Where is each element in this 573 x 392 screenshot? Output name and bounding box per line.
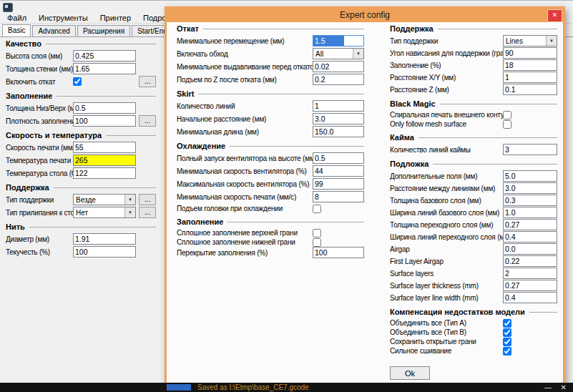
more-options-button[interactable]: ...	[139, 115, 156, 127]
surface-layer-thickness-mm-input[interactable]	[503, 280, 557, 291]
control-wrap	[313, 35, 364, 46]
field-row: Количество линий каймы	[390, 144, 557, 155]
тип-поддержки-dropdown[interactable]: Везде▾	[73, 194, 136, 205]
control-wrap	[313, 100, 364, 112]
подъем-головки-при-охлаждении-checkbox[interactable]	[313, 205, 321, 213]
толщина-базового-слоя-мм-input[interactable]	[503, 195, 557, 206]
control-wrap	[503, 195, 557, 206]
section-header: Black Magic	[390, 99, 557, 108]
минимальная-скорость-печати-мм-с-input[interactable]	[313, 191, 364, 202]
включать-обход-dropdown[interactable]: All▾	[313, 48, 364, 59]
ширина-линий-базового-слоя-мм-input[interactable]	[503, 207, 557, 218]
more-options-button[interactable]: ...	[139, 194, 156, 205]
control-wrap	[73, 233, 136, 245]
field-label: Скорость печати (мм/с)	[6, 144, 73, 152]
field-label: Ширина линий переходного слоя (мм)	[390, 233, 503, 241]
диаметр-мм-input[interactable]	[73, 233, 136, 245]
close-icon[interactable]: ✕	[547, 9, 562, 22]
field-row: Подъем по Z после отката (мм)	[177, 74, 364, 85]
minimize-icon[interactable]: —	[544, 383, 552, 392]
ширина-линий-переходного-слоя-мм-input[interactable]	[503, 231, 557, 242]
menu-инструменты[interactable]: Инструменты	[39, 14, 88, 22]
only-follow-mesh-surface-checkbox[interactable]	[503, 120, 511, 129]
количество-линий-каймы-input[interactable]	[503, 144, 557, 155]
section-header: Поддержка	[390, 24, 557, 33]
section-header: Качество	[6, 39, 156, 48]
объединить-все-тип-a-checkbox[interactable]	[503, 319, 511, 328]
control-wrap	[503, 255, 557, 267]
first-layer-airgap-input[interactable]	[503, 255, 557, 267]
control-wrap	[73, 167, 136, 179]
surface-layers-input[interactable]	[503, 268, 557, 279]
control-wrap	[313, 113, 364, 124]
control-wrap: All▾	[313, 48, 364, 59]
минимальная-скорость-вентилятора-input[interactable]	[313, 165, 364, 177]
начальное-расстояние-мм-input[interactable]	[313, 113, 364, 124]
температура-печати-c-input[interactable]	[73, 155, 136, 166]
сильное-сшивание-checkbox[interactable]	[503, 347, 511, 356]
заполнение-input[interactable]	[503, 59, 557, 71]
close-icon[interactable]: ✕	[561, 383, 567, 392]
максимальная-скорость-вентилятора-input[interactable]	[313, 178, 364, 190]
минимальная-длина-мм-input[interactable]	[313, 126, 364, 137]
сплошное-заполнение-верхней-грани-checkbox[interactable]	[313, 229, 321, 237]
field-label: Толщина стенки (мм)	[6, 65, 73, 73]
section-divider	[230, 146, 364, 147]
field-row: Включать обходAll▾	[177, 48, 364, 59]
перекрытие-заполнения-input[interactable]	[313, 247, 364, 258]
минимальное-перемещение-мм-input[interactable]	[313, 35, 364, 46]
толщина-стенки-мм-input[interactable]	[73, 63, 136, 74]
section-divider	[529, 312, 557, 313]
section-title: Охлаждение	[177, 142, 225, 150]
field-row: Only follow mesh surface	[390, 119, 557, 129]
высота-слоя-мм-input[interactable]	[73, 50, 136, 62]
сплошное-заполнение-нижней-грани-checkbox[interactable]	[313, 238, 321, 247]
включить-откат-checkbox[interactable]	[73, 77, 82, 86]
угол-нависания-для-поддержки-градусы-input[interactable]	[503, 47, 557, 59]
expert-config-dialog: Expert config ✕ ОткатМинимальное перемещ…	[165, 6, 565, 386]
ok-button[interactable]: Ok	[390, 366, 430, 380]
плотность-заполнения-input[interactable]	[73, 115, 136, 127]
толщина-переходного-слоя-мм-input[interactable]	[503, 219, 557, 230]
control-wrap	[503, 347, 557, 356]
подъем-по-z-после-отката-мм-input[interactable]	[313, 74, 364, 85]
airgap-input[interactable]	[503, 243, 557, 255]
section-divider	[106, 135, 156, 136]
объединить-все-тип-b-checkbox[interactable]	[503, 328, 511, 337]
тип-поддержки-dropdown[interactable]: Lines▾	[503, 35, 557, 46]
tab-advanced[interactable]: Advanced	[32, 25, 75, 36]
расстояние-x-y-мм-input[interactable]	[503, 72, 557, 83]
section-header: Нить	[6, 222, 156, 231]
section-title: Заполнение	[6, 92, 52, 100]
tab-basic[interactable]: Basic	[2, 24, 31, 36]
more-options-button[interactable]: ...	[139, 76, 156, 87]
field-label: Минимальная длина (мм)	[177, 128, 313, 136]
тип-прилипания-к-столу-dropdown[interactable]: Нет▾	[73, 207, 136, 218]
минимальное-выдавливание-перед-откатом-мм-input[interactable]	[313, 61, 364, 72]
расстояние-z-мм-input[interactable]	[503, 84, 557, 95]
tab-расширения[interactable]: Расширения	[77, 25, 130, 36]
температура-стола-c-input[interactable]	[73, 167, 136, 179]
толщина-низ-верх-мм-input[interactable]	[73, 102, 136, 114]
количество-линий-input[interactable]	[313, 100, 364, 112]
chevron-down-icon: ▾	[124, 195, 135, 205]
field-label: Расстояние Z (мм)	[390, 86, 503, 94]
текучесть-input[interactable]	[73, 246, 136, 258]
полный-запуск-вентилятора-на-высоте-мм-input[interactable]	[313, 152, 364, 164]
field-label: Объединить все (Тип B)	[390, 328, 503, 336]
dots-column: ...	[136, 115, 156, 127]
скорость-печати-мм-с-input[interactable]	[73, 142, 136, 153]
field-label: Диаметр (мм)	[6, 235, 73, 243]
сохранить-открытые-грани-checkbox[interactable]	[503, 338, 511, 346]
field-label: Максимальная скорость вентилятора (%)	[177, 180, 313, 188]
menu-принтер[interactable]: Принтер	[100, 14, 131, 22]
расстояние-между-линиями-мм-input[interactable]	[503, 182, 557, 194]
surface-layer-line-width-mm-input[interactable]	[503, 292, 557, 303]
спиральная-печать-внешнего-контура-checkbox[interactable]	[503, 111, 511, 119]
дополнительные-поля-мм-input[interactable]	[503, 170, 557, 182]
dialog-title: Expert config	[340, 10, 390, 20]
control-wrap	[503, 319, 557, 328]
more-options-button[interactable]: ...	[139, 207, 156, 218]
dropdown-value: Везде	[76, 196, 96, 204]
menu-файл[interactable]: Файл	[7, 14, 26, 22]
